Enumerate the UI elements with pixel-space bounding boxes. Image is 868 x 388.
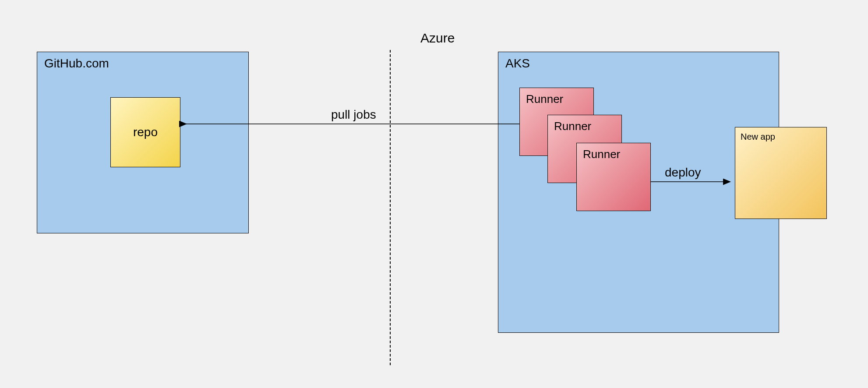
- runner-label-2: Runner: [554, 120, 591, 133]
- new-app-label: New app: [741, 132, 775, 141]
- azure-region-label: Azure: [420, 31, 455, 46]
- repo-box: repo: [110, 97, 180, 167]
- new-app-box: New app: [735, 127, 827, 219]
- pull-jobs-label: pull jobs: [331, 108, 376, 122]
- runner-label-3: Runner: [583, 148, 620, 161]
- diagram-canvas: Azure GitHub.com repo AKS Runner Runner …: [0, 0, 868, 388]
- github-title: GitHub.com: [44, 56, 109, 71]
- aks-title: AKS: [505, 56, 530, 71]
- runner-label-1: Runner: [526, 92, 563, 106]
- repo-label: repo: [133, 125, 158, 139]
- deploy-label: deploy: [665, 166, 701, 180]
- boundary-divider: [390, 50, 391, 365]
- runner-box-3: Runner: [576, 143, 651, 211]
